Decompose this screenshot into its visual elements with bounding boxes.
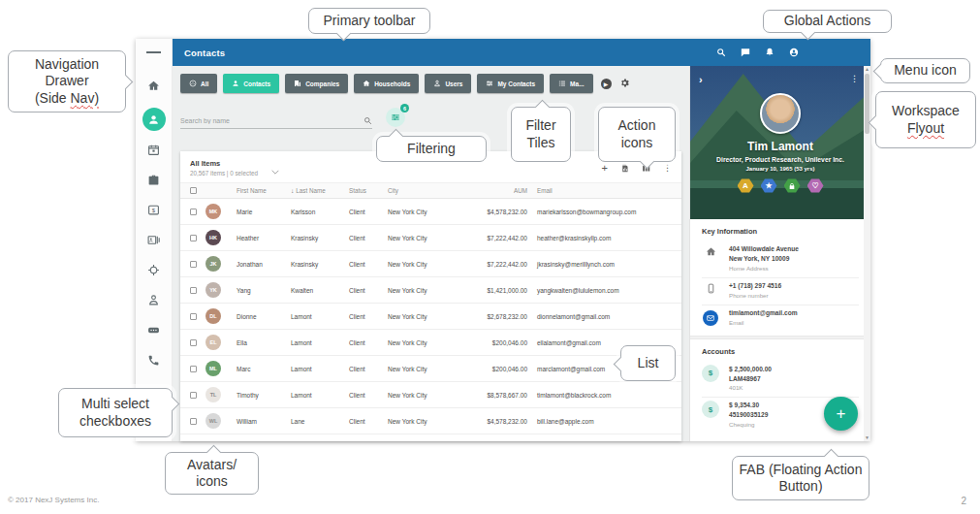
table-row[interactable]: YK Yang Kwalten Client New York City $1,… — [180, 277, 681, 304]
tiles-scroll-icon[interactable]: ▶ — [601, 79, 612, 89]
row-checkbox[interactable] — [190, 339, 197, 346]
table-row[interactable]: ML Marc Lamont Client New York City $200… — [180, 356, 681, 382]
cell-first-name: Dionne — [237, 313, 291, 320]
cell-first-name: Ella — [237, 339, 291, 346]
tile-users[interactable]: Users — [425, 74, 471, 93]
global-actions — [716, 48, 799, 57]
chevron-down-icon[interactable] — [271, 161, 279, 178]
row-checkbox[interactable] — [190, 287, 197, 294]
row-checkbox[interactable] — [190, 261, 197, 268]
row-checkbox[interactable] — [190, 235, 197, 241]
cell-first-name: William — [237, 418, 291, 425]
play-icon: ▶ — [604, 80, 609, 87]
cell-first-name: Marc — [237, 366, 291, 372]
table-row[interactable]: WL William Lane Client New York City $4,… — [180, 408, 681, 434]
account-icon[interactable] — [789, 48, 799, 57]
cell-aum: $200,046.00 — [456, 339, 537, 346]
avatar: JK — [205, 256, 221, 272]
dollar-icon: $ — [702, 401, 719, 418]
tile-companies[interactable]: Companies — [285, 74, 348, 93]
table-row[interactable]: DL Dionne Lamont Client New York City $2… — [180, 304, 681, 330]
column-aum[interactable]: AUM — [456, 187, 537, 194]
row-checkbox[interactable] — [190, 366, 197, 372]
tile-contacts[interactable]: Contacts — [223, 74, 279, 93]
column-status[interactable]: Status — [349, 187, 388, 194]
calendar-icon[interactable] — [146, 142, 162, 157]
tile-marketing[interactable]: Ma... — [550, 74, 592, 93]
briefcase-icon[interactable] — [146, 172, 162, 187]
account-item[interactable]: $ $ 2,500,000.00 LAM48967 401K — [702, 362, 859, 399]
table-column-headers: First Name ↓Last Name Status City AUM Em… — [180, 182, 681, 199]
filter-sliders-button[interactable]: 6 — [386, 108, 405, 127]
tile-label: All — [201, 80, 208, 87]
table-row[interactable]: JK Jonathan Krasinsky Client New York Ci… — [180, 251, 681, 277]
row-checkbox[interactable] — [190, 418, 197, 425]
tile-my-contacts[interactable]: My Contacts — [477, 74, 544, 93]
group-icon — [189, 80, 197, 87]
tag-icon[interactable] — [146, 322, 162, 337]
address-line2: New York, NY 10009 — [729, 254, 799, 264]
export-report-icon[interactable] — [620, 164, 629, 173]
overflow-menu-icon[interactable]: ⋮ — [663, 163, 672, 173]
scrollbar-thumb[interactable] — [865, 74, 869, 134]
billing-icon[interactable]: $ — [146, 202, 162, 217]
chat-icon[interactable] — [741, 48, 750, 57]
row-checkbox[interactable] — [190, 209, 197, 215]
lock-badge[interactable] — [784, 178, 801, 193]
person-outline-icon[interactable] — [146, 292, 162, 307]
search-icon[interactable] — [364, 116, 372, 125]
star-badge[interactable]: ★ — [761, 178, 777, 193]
search-input[interactable] — [180, 117, 364, 124]
dollar-icon: $ — [702, 365, 719, 382]
tile-label: Households — [374, 80, 410, 87]
table-row[interactable]: EL Ella Lamont Client New York City $200… — [180, 330, 681, 356]
page-title: Contacts — [184, 48, 225, 58]
phone-item[interactable]: +1 (718) 297 4516 Phone number — [702, 278, 859, 305]
target-icon[interactable] — [146, 262, 162, 277]
notifications-bell-icon[interactable] — [765, 48, 775, 57]
scroll-up-icon[interactable]: ▲ — [865, 66, 869, 73]
phone-icon[interactable] — [146, 352, 162, 368]
settings-gear-icon[interactable] — [619, 75, 630, 92]
cell-aum: $8,578,667.00 — [456, 392, 537, 399]
table-row[interactable]: MK Marie Karlsson Client New York City $… — [180, 199, 681, 225]
email-address: timlamont@gmail.com — [729, 308, 798, 318]
row-checkbox[interactable] — [190, 392, 197, 399]
column-city[interactable]: City — [388, 187, 456, 194]
callout-workspace-flyout: Workspace Flyout — [875, 91, 976, 148]
address-item[interactable]: 404 Willowdale Avenue New York, NY 10009… — [702, 241, 859, 278]
fab-button[interactable]: + — [824, 397, 858, 431]
column-email[interactable]: Email — [537, 187, 681, 194]
tile-all[interactable]: All — [180, 74, 217, 93]
heart-badge[interactable]: ♡ — [807, 178, 824, 193]
cell-last-name: Lane — [291, 418, 349, 425]
email-item[interactable]: timlamont@gmail.com Email — [702, 305, 859, 332]
hamburger-menu-icon[interactable] — [146, 45, 162, 60]
flyout-menu-icon[interactable]: ⋮ — [850, 74, 859, 83]
cell-email: mariekarlsson@bowmangroup.com — [537, 209, 681, 215]
add-icon[interactable]: + — [602, 163, 608, 173]
cell-first-name: Jonathan — [237, 261, 291, 268]
cell-status: Client — [349, 235, 388, 241]
grade-a-badge[interactable]: A — [738, 178, 754, 193]
search-field[interactable] — [180, 116, 372, 129]
column-last-name[interactable]: ↓Last Name — [291, 187, 349, 194]
tile-label: Companies — [305, 80, 339, 87]
home-icon[interactable] — [146, 78, 162, 93]
column-first-name[interactable]: First Name — [237, 187, 291, 194]
table-row[interactable]: HK Heather Krasinsky Client New York Cit… — [180, 225, 681, 251]
cell-aum: $200,046.00 — [456, 366, 537, 372]
search-icon[interactable] — [716, 48, 726, 57]
select-all-checkbox[interactable] — [190, 187, 197, 194]
avatar: HK — [205, 230, 221, 245]
scroll-down-icon[interactable]: ▼ — [865, 434, 869, 441]
cell-city: New York City — [388, 418, 456, 425]
avatar: EL — [205, 335, 221, 350]
cell-status: Client — [349, 287, 388, 294]
contacts-icon-active[interactable] — [142, 108, 166, 131]
row-checkbox[interactable] — [190, 313, 197, 320]
collapse-arrow-icon[interactable]: › — [699, 74, 703, 85]
contact-card-icon[interactable] — [146, 232, 162, 247]
table-row[interactable]: TL Timothy Lamont Client New York City $… — [180, 382, 681, 408]
tile-households[interactable]: Households — [354, 74, 419, 93]
